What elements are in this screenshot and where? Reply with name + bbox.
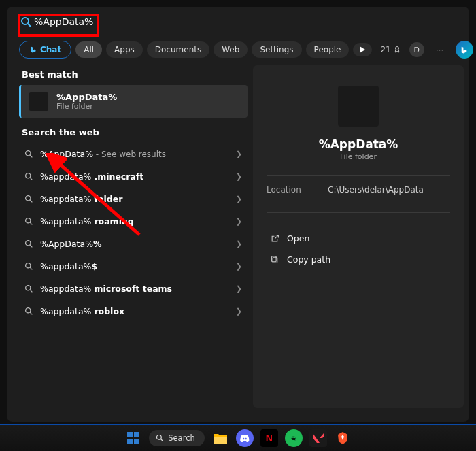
location-value: C:\Users\delar\AppData: [328, 185, 424, 195]
web-result-item[interactable]: %AppData% - See web results❯: [19, 143, 248, 165]
svg-line-8: [30, 200, 32, 202]
location-row: Location C:\Users\delar\AppData: [267, 185, 450, 195]
web-result-item[interactable]: %AppData%%❯: [19, 233, 248, 255]
start-button[interactable]: [124, 429, 142, 447]
web-result-item[interactable]: %appdata% microsoft teams❯: [19, 278, 248, 300]
results-pane: Best match %AppData% File folder Search …: [19, 65, 253, 408]
file-explorer-icon: [214, 433, 227, 444]
divider: [267, 175, 450, 176]
svg-rect-28: [214, 437, 227, 444]
windows-icon: [127, 432, 139, 444]
search-web-heading: Search the web: [22, 127, 248, 137]
svg-point-5: [26, 173, 31, 178]
svg-line-12: [30, 245, 32, 247]
tab-documents[interactable]: Documents: [147, 41, 209, 58]
tab-people-label: People: [314, 45, 341, 54]
svg-line-18: [30, 312, 32, 314]
taskbar-app-brave[interactable]: [334, 429, 352, 447]
svg-line-1: [28, 24, 31, 27]
ellipsis-icon: ⋯: [436, 46, 443, 54]
tab-all[interactable]: All: [75, 41, 102, 58]
taskbar-app-discord[interactable]: [236, 429, 254, 447]
web-result-text: %appdata% roblox: [40, 306, 124, 316]
discord-icon: [240, 434, 250, 442]
svg-point-3: [26, 151, 31, 156]
taskbar-search[interactable]: Search: [149, 430, 205, 446]
chevron-right-icon: ❯: [236, 262, 242, 271]
search-window: Chat All Apps Documents Web Settings Peo…: [7, 7, 469, 422]
rewards-points: 21: [380, 45, 390, 54]
open-action[interactable]: Open: [267, 228, 450, 249]
tab-chat[interactable]: Chat: [19, 41, 71, 59]
search-icon: [24, 239, 33, 248]
taskbar-app-spotify[interactable]: [285, 429, 303, 447]
svg-point-2: [395, 47, 398, 50]
svg-rect-22: [127, 432, 133, 437]
copy-icon: [269, 255, 280, 264]
open-label: Open: [287, 233, 309, 244]
best-match-subtitle: File folder: [56, 102, 117, 111]
search-icon: [156, 434, 164, 442]
web-result-text: %AppData%%: [40, 239, 102, 249]
taskbar-app-explorer[interactable]: [211, 429, 229, 447]
tab-settings[interactable]: Settings: [252, 41, 301, 58]
copy-path-action[interactable]: Copy path: [267, 249, 450, 270]
user-avatar[interactable]: D: [409, 42, 424, 57]
svg-point-7: [26, 196, 31, 201]
search-icon: [24, 262, 33, 271]
tab-chat-label: Chat: [40, 45, 61, 54]
tab-web-label: Web: [222, 45, 239, 54]
web-result-item[interactable]: %appdata%$❯: [19, 255, 248, 278]
web-result-item[interactable]: %appdata% folder❯: [19, 188, 248, 210]
search-icon: [20, 16, 31, 27]
svg-point-9: [26, 218, 31, 223]
svg-line-6: [30, 178, 32, 180]
svg-point-17: [26, 308, 31, 313]
web-result-text: %AppData% - See web results: [40, 149, 166, 159]
web-result-item[interactable]: %appdata% .minecraft❯: [19, 165, 248, 188]
svg-point-13: [26, 263, 31, 268]
svg-line-27: [161, 439, 163, 441]
svg-point-11: [26, 241, 31, 246]
bing-chat-icon: [29, 46, 37, 54]
web-result-text: %appdata% roaming: [40, 216, 134, 227]
medal-icon: [393, 46, 401, 54]
bing-button[interactable]: [456, 41, 473, 59]
divider: [267, 212, 450, 213]
taskbar-app-valorant[interactable]: [309, 429, 327, 447]
spotify-icon: [290, 434, 298, 442]
netflix-icon: N: [266, 433, 273, 444]
svg-point-0: [22, 18, 29, 24]
taskbar-app-netflix[interactable]: N: [260, 429, 278, 447]
web-result-item[interactable]: %appdata% roaming❯: [19, 210, 248, 233]
preview-title: %AppData%: [267, 137, 450, 151]
more-button[interactable]: ⋯: [432, 42, 447, 57]
web-result-text: %appdata% microsoft teams: [40, 284, 172, 294]
svg-rect-24: [127, 439, 133, 444]
search-bar: [7, 7, 469, 37]
filter-tabs: Chat All Apps Documents Web Settings Peo…: [7, 37, 469, 65]
tab-apps[interactable]: Apps: [106, 41, 143, 58]
play-icon: [360, 46, 365, 53]
tab-documents-label: Documents: [155, 45, 201, 54]
search-icon: [24, 172, 33, 181]
svg-rect-25: [134, 439, 139, 444]
web-result-text: %appdata%$: [40, 261, 97, 271]
tab-web[interactable]: Web: [214, 41, 248, 58]
chevron-right-icon: ❯: [236, 150, 242, 158]
search-input[interactable]: [15, 12, 461, 31]
chevron-right-icon: ❯: [236, 172, 242, 181]
user-initial: D: [414, 46, 420, 54]
taskbar: Search N: [0, 424, 476, 451]
svg-rect-23: [134, 432, 139, 437]
location-label: Location: [267, 185, 314, 195]
chevron-right-icon: ❯: [236, 239, 242, 248]
chevron-right-icon: ❯: [236, 195, 242, 203]
chevron-right-icon: ❯: [236, 284, 242, 293]
best-match-item[interactable]: %AppData% File folder: [19, 85, 248, 118]
tab-people[interactable]: People: [306, 41, 350, 58]
tab-overflow[interactable]: [353, 43, 372, 56]
web-result-item[interactable]: %appdata% roblox❯: [19, 300, 248, 322]
rewards-badge[interactable]: 21: [380, 45, 401, 54]
valorant-icon: [313, 433, 324, 443]
